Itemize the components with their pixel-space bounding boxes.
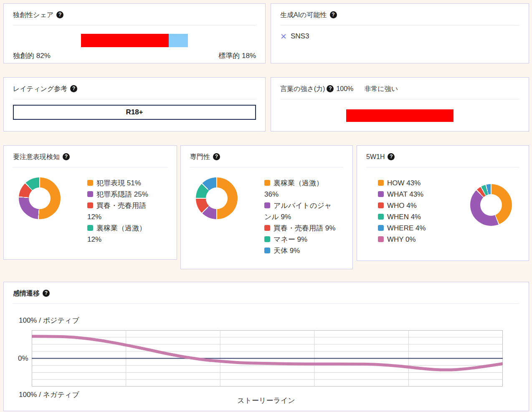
donut-legend: 裏稼業（過激） 36%アルバイトのジャンル 9%買春・売春用語 9%マネー 9%… <box>264 177 336 256</box>
legend-label: WHEN 4% <box>387 213 421 221</box>
legend-item: 買春・売春用語 12% <box>87 200 159 222</box>
legend-swatch-icon <box>264 202 270 208</box>
gen-ai-item-label: SNS3 <box>291 32 309 40</box>
panel-title-row: 独創性シェア ? <box>13 10 256 20</box>
panel-title-row: 感情遷移 ? <box>13 288 519 298</box>
panel-title: 独創性シェア <box>13 10 53 20</box>
donut-chart <box>470 184 512 226</box>
legend-item: マネー 9% <box>264 234 336 245</box>
legend-swatch-icon <box>87 191 93 197</box>
legend-swatch-icon <box>264 248 270 253</box>
panel-title-row: 言葉の強さ(力) ? 100% 非常に強い <box>271 78 529 94</box>
help-icon[interactable]: ? <box>213 153 220 160</box>
help-icon[interactable]: ? <box>70 85 77 92</box>
gen-ai-item: ✕ SNS3 <box>271 32 529 40</box>
legend-label: 裏稼業（過激） 36% <box>264 179 323 198</box>
panel-title-row: 専門性 ? <box>190 152 343 162</box>
donut-legend: 犯罪表現 51%犯罪系隠語 25%買春・売春用語 12%裏稼業（過激） 12% <box>87 177 159 245</box>
legend-label: 犯罪系隠語 25% <box>96 190 148 198</box>
panel-title: 感情遷移 <box>13 288 40 298</box>
help-icon[interactable]: ? <box>388 153 395 160</box>
legend-swatch-icon <box>87 202 93 208</box>
standard-pct-label: 標準的 18% <box>218 51 256 61</box>
legend-label: WHO 4% <box>387 202 417 210</box>
panel-title-row: レイティング参考 ? <box>13 84 256 94</box>
donut-hole <box>29 187 51 209</box>
divider <box>13 99 256 99</box>
rating-value-box: R18+ <box>13 105 256 120</box>
divider <box>280 25 519 25</box>
legend-item: アルバイトのジャンル 9% <box>264 200 336 222</box>
originality-bar-left <box>81 34 169 47</box>
emotion-transition-panel: 感情遷移 ? 100% / ポジティブ 0% 100% / ネガティブ ストーリ… <box>3 282 529 411</box>
help-icon[interactable]: ? <box>63 153 70 160</box>
legend-item: WHERE 4% <box>378 222 470 234</box>
originality-bar <box>81 34 188 47</box>
legend-label: マネー 9% <box>274 235 307 243</box>
legend-swatch-icon <box>264 225 270 231</box>
rating-value: R18+ <box>126 108 143 116</box>
five-w-one-h-panel: 5W1H ? HOW 43%WHAT 43%WHO 4%WHEN 4%WHERE… <box>357 145 529 261</box>
legend-swatch-icon <box>87 225 93 231</box>
line-chart-plot <box>32 330 503 387</box>
legend-label: アルバイトのジャンル 9% <box>264 202 332 221</box>
legend-label: WHAT 43% <box>387 190 423 198</box>
help-icon[interactable]: ? <box>327 85 334 92</box>
legend-label: 犯罪表現 51% <box>96 179 141 187</box>
legend-swatch-icon <box>378 202 384 208</box>
x-axis-label: ストーリーライン <box>4 396 529 405</box>
donut-chart <box>19 177 61 219</box>
y-axis-zero-label: 0% <box>18 354 28 363</box>
legend-item: 犯罪系隠語 25% <box>87 189 159 200</box>
panel-title: レイティング参考 <box>13 84 67 94</box>
legend-swatch-icon <box>378 225 384 231</box>
legend-swatch-icon <box>378 214 384 220</box>
donut-legend: HOW 43%WHAT 43%WHO 4%WHEN 4%WHERE 4%WHY … <box>378 177 470 245</box>
panel-title: 言葉の強さ(力) <box>280 84 325 94</box>
word-power-bar-track <box>346 109 453 122</box>
original-pct-label: 独創的 82% <box>13 51 51 61</box>
legend-item: WHEN 4% <box>378 211 470 222</box>
legend-label: 裏稼業（過激） 12% <box>87 224 146 243</box>
panel-title: 要注意表現検知 <box>13 152 60 162</box>
panel-title: 生成AIの可能性 <box>280 10 327 20</box>
word-power-note: 非常に強い <box>364 84 398 94</box>
legend-label: 買春・売春用語 12% <box>87 202 146 221</box>
legend-item: HOW 43% <box>378 177 470 189</box>
legend-swatch-icon <box>378 236 384 242</box>
legend-item: WHO 4% <box>378 200 470 211</box>
help-icon[interactable]: ? <box>56 11 63 18</box>
legend-swatch-icon <box>87 180 93 186</box>
legend-label: 買春・売春用語 9% <box>274 224 335 232</box>
panel-title-row: 5W1H ? <box>366 152 519 162</box>
word-power-panel: 言葉の強さ(力) ? 100% 非常に強い <box>271 77 529 131</box>
panel-title: 専門性 <box>190 152 210 162</box>
caution-expressions-panel: 要注意表現検知 ? 犯罪表現 51%犯罪系隠語 25%買春・売春用語 12%裏稼… <box>3 145 177 260</box>
donut-chart <box>196 177 238 219</box>
originality-share-panel: 独創性シェア ? 独創的 82% 標準的 18% <box>3 3 266 63</box>
legend-swatch-icon <box>264 236 270 242</box>
legend-label: WHY 0% <box>387 235 416 243</box>
legend-item: 犯罪表現 51% <box>87 177 159 189</box>
legend-label: 天体 9% <box>274 247 300 255</box>
originality-bar-right <box>169 34 188 47</box>
legend-swatch-icon <box>264 180 270 186</box>
donut-hole <box>206 187 228 209</box>
help-icon[interactable]: ? <box>43 290 50 297</box>
y-axis-top-label: 100% / ポジティブ <box>19 316 79 325</box>
legend-item: 天体 9% <box>264 245 336 256</box>
legend-item: 裏稼業（過激） 12% <box>87 222 159 245</box>
legend-swatch-icon <box>378 180 384 186</box>
legend-item: 裏稼業（過激） 36% <box>264 177 336 200</box>
rating-panel: レイティング参考 ? R18+ <box>3 77 266 131</box>
donut-hole <box>480 194 502 216</box>
divider <box>13 303 519 304</box>
word-power-value: 100% <box>336 84 353 94</box>
x-mark-icon: ✕ <box>280 33 287 40</box>
word-power-bar <box>346 109 453 122</box>
gen-ai-panel: 生成AIの可能性 ? ✕ SNS3 <box>271 3 529 63</box>
panel-title: 5W1H <box>366 152 385 162</box>
divider <box>13 25 256 25</box>
help-icon[interactable]: ? <box>330 11 337 18</box>
expertise-panel: 専門性 ? 裏稼業（過激） 36%アルバイトのジャンル 9%買春・売春用語 9%… <box>180 145 353 269</box>
